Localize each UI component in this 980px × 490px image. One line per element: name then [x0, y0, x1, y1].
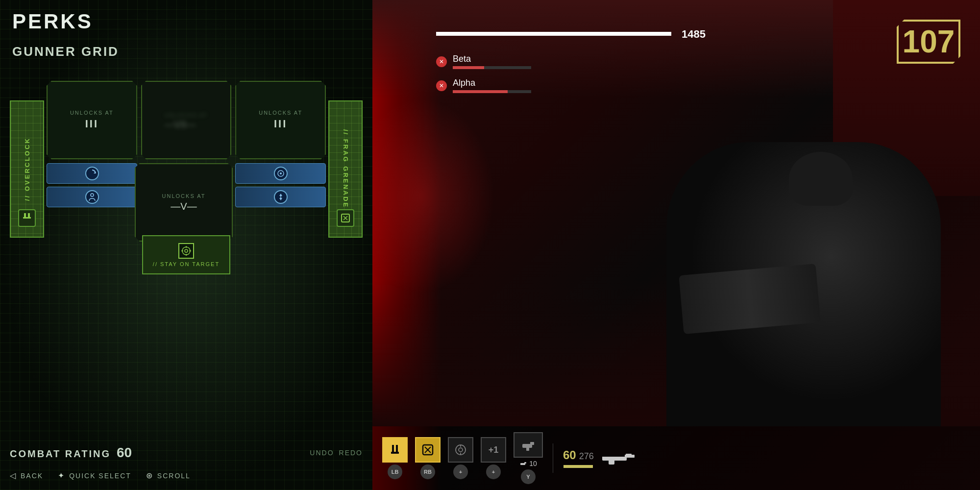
overclock-panel[interactable]: // OVERCLOCK — [10, 100, 44, 238]
perk-cell-center[interactable]: UNLOCKS AT —V— — [135, 163, 233, 242]
nav-bar: ◁ BACK ✦ QUICK SELECT ⊛ SCROLL — [10, 471, 191, 480]
unlocks-roman-3: III — [274, 118, 287, 130]
stay-on-target-label: // STAY ON TARGET — [153, 261, 220, 267]
perk-bar-right-bottom[interactable] — [235, 187, 326, 207]
blurred-content: UNLOCKS AT —VII— — [165, 110, 208, 130]
perk-cell-top-right[interactable]: UNLOCKS AT III — [235, 81, 326, 159]
hud-ammo-icon-item: LB — [382, 437, 408, 479]
red-glow-effect — [372, 98, 495, 294]
svg-point-7 — [91, 194, 94, 196]
quick-select-icon: ✦ — [58, 471, 65, 480]
svg-marker-11 — [279, 198, 282, 200]
enemy-item-beta: ✕ Beta — [436, 54, 531, 69]
health-bar — [436, 32, 671, 36]
combat-rating-label: COMBAT RATING — [10, 448, 111, 460]
perks-title: PERKS — [12, 10, 93, 33]
svg-rect-21 — [391, 452, 399, 454]
enemy-health-bar-beta — [453, 66, 531, 69]
redo-button[interactable]: REDO — [339, 449, 363, 457]
svg-rect-36 — [626, 454, 632, 456]
svg-marker-10 — [279, 194, 282, 196]
enemy-item-alpha: ✕ Alpha — [436, 78, 531, 93]
svg-rect-33 — [524, 462, 526, 464]
hud-btn-cross2: + — [486, 465, 501, 479]
frag-grenade-icon — [337, 209, 354, 227]
unlocks-label-3: UNLOCKS AT — [259, 110, 302, 116]
enemy-health-fill-alpha — [453, 90, 508, 93]
svg-rect-30 — [530, 442, 534, 445]
frag-grenade-panel[interactable]: // FRAG GRENADE — [328, 100, 363, 238]
hud-scope-icon-box — [448, 437, 473, 463]
hud-heal-label: +1 — [489, 445, 499, 455]
nav-scroll[interactable]: ⊛ SCROLL — [146, 471, 191, 480]
nav-quick-select[interactable]: ✦ QUICK SELECT — [58, 471, 131, 480]
svg-point-9 — [280, 172, 282, 174]
back-icon: ◁ — [10, 471, 17, 480]
enemy-list: ✕ Beta ✕ Alpha — [436, 54, 531, 102]
nav-back[interactable]: ◁ BACK — [10, 471, 43, 480]
unlocks-label-center: UNLOCKS AT — [162, 193, 206, 199]
unlocks-roman-center: —V— — [171, 201, 196, 212]
hud-scope-item: + — [448, 437, 473, 479]
hud-heal-item: +1 + — [481, 437, 506, 479]
pistol-ammo-count: 10 — [529, 460, 537, 467]
game-viewport: 1485 ✕ Beta ✕ Alpha 107 — [372, 0, 980, 490]
undo-redo-controls: UNDO REDO — [310, 449, 363, 457]
health-value: 1485 — [682, 28, 706, 41]
enemy-name-beta: Beta — [453, 54, 531, 64]
hud-health-bar-small — [564, 465, 593, 468]
hud-heal-icon-box: +1 — [481, 437, 506, 463]
perk-cell-top-mid[interactable]: UNLOCKS AT —VII— — [141, 81, 232, 159]
scroll-label: SCROLL — [157, 472, 191, 480]
bottom-hud: LB RB + — [372, 426, 980, 490]
svg-point-13 — [182, 247, 190, 255]
hud-grenade-icon-box — [415, 437, 441, 463]
stay-on-target-section: // STAY ON TARGET — [83, 233, 289, 277]
character-weapon — [679, 264, 820, 334]
hud-pistol-icon-box — [514, 432, 543, 458]
hud-pistol-item: 10 Y — [514, 432, 543, 484]
perk-cells-area: UNLOCKS AT III UNLOCKS AT —VII— UNLOCKS … — [47, 81, 326, 287]
stay-on-target-icon — [178, 243, 194, 259]
health-bar-fill — [436, 32, 671, 36]
svg-rect-31 — [526, 447, 529, 451]
unlocks-roman-1: III — [85, 118, 98, 130]
enemy-icon-beta: ✕ — [436, 56, 447, 67]
unlocks-label-2: UNLOCKS AT — [165, 112, 208, 118]
character-model — [647, 132, 941, 426]
hud-health-num: 60 — [563, 448, 576, 462]
perk-bar-right-top[interactable] — [235, 163, 326, 184]
hud-btn-cross: + — [453, 465, 468, 479]
back-label: BACK — [21, 472, 43, 480]
weapon-silhouette-icon — [601, 451, 640, 466]
hud-weapon-display — [601, 451, 640, 466]
quick-select-label: QUICK SELECT — [69, 472, 131, 480]
unlocks-roman-2: —VII— — [165, 119, 208, 130]
character-head — [789, 152, 853, 206]
svg-point-26 — [459, 448, 463, 452]
hud-btn-y: Y — [521, 469, 536, 484]
ammo-counter: 107 — [897, 20, 960, 64]
hud-grenade-icon-item: RB — [415, 437, 441, 479]
perk-bar-icon-person — [85, 190, 99, 204]
overclock-icon — [18, 209, 36, 227]
hud-separator — [553, 443, 553, 473]
combat-rating-value: 60 — [117, 445, 132, 461]
bottom-bar: COMBAT RATING 60 UNDO REDO — [10, 445, 363, 461]
hud-btn-rb: RB — [420, 465, 435, 479]
perk-cell-top-left[interactable]: UNLOCKS AT III — [47, 81, 137, 159]
combat-rating: COMBAT RATING 60 — [10, 445, 132, 461]
center-locked-cell-wrapper: UNLOCKS AT —V— — [135, 163, 238, 244]
enemy-name-alpha: Alpha — [453, 78, 531, 88]
hud-reserve-ammo: 276 — [579, 451, 594, 462]
undo-button[interactable]: UNDO — [310, 449, 334, 457]
perk-bar-left-top[interactable] — [47, 163, 137, 184]
ammo-value: 107 — [903, 24, 955, 60]
perk-bar-left-bottom[interactable] — [47, 187, 137, 207]
gun-icon — [519, 460, 527, 467]
hud-btn-lb: LB — [388, 465, 402, 479]
stay-on-target-cell[interactable]: // STAY ON TARGET — [142, 235, 230, 274]
scroll-icon: ⊛ — [146, 471, 153, 480]
overclock-label: // OVERCLOCK — [24, 137, 31, 201]
perk-bar-icon-reload — [85, 167, 99, 180]
